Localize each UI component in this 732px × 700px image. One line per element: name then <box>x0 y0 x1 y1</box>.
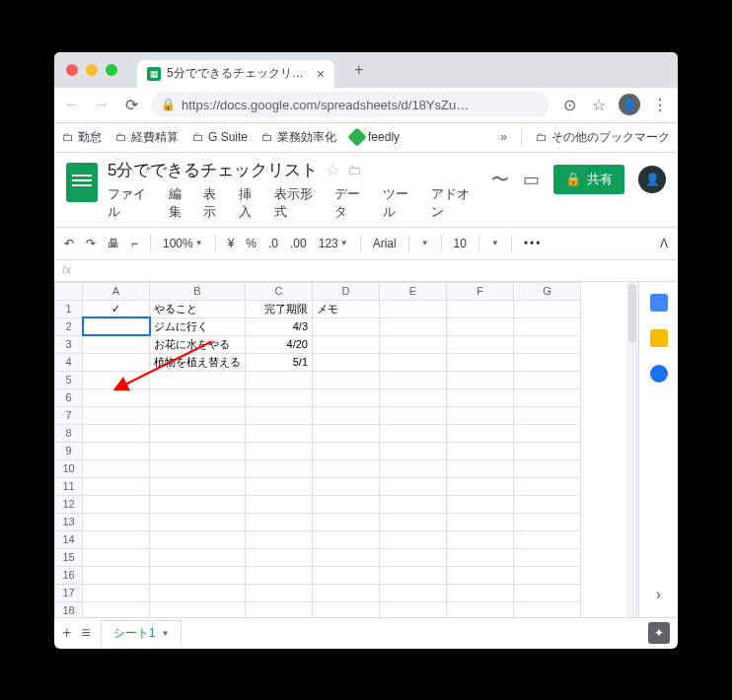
minimize-window-button[interactable] <box>86 64 98 76</box>
cell-A15[interactable] <box>83 548 150 566</box>
cell-E6[interactable] <box>380 388 447 406</box>
cell-B18[interactable] <box>150 601 246 617</box>
cell-D12[interactable] <box>313 495 380 513</box>
cell-E17[interactable] <box>380 584 447 601</box>
cell-E7[interactable] <box>380 406 447 424</box>
cell-F18[interactable] <box>447 601 514 617</box>
cell-A6[interactable] <box>83 388 150 406</box>
cell-B5[interactable] <box>150 371 246 388</box>
more-toolbar-button[interactable]: ••• <box>524 237 543 250</box>
close-tab-button[interactable]: × <box>317 66 325 82</box>
cell-D9[interactable] <box>313 442 380 459</box>
reload-button[interactable]: ⟳ <box>121 96 141 114</box>
cell-A3[interactable] <box>83 335 150 353</box>
percent-button[interactable]: % <box>246 237 256 250</box>
row-header[interactable]: 18 <box>55 601 83 617</box>
cell-D16[interactable] <box>313 566 380 584</box>
cell-B9[interactable] <box>150 442 246 459</box>
row-header[interactable]: 4 <box>55 353 83 371</box>
cell-G7[interactable] <box>514 406 581 424</box>
column-header[interactable]: D <box>313 282 380 300</box>
cell-D4[interactable] <box>313 353 380 371</box>
chrome-menu-button[interactable]: ⋮ <box>650 96 670 114</box>
row-header[interactable]: 2 <box>55 317 83 335</box>
column-header[interactable]: G <box>514 282 581 300</box>
explore-button[interactable]: ✦ <box>648 622 670 644</box>
increase-decimal-button[interactable]: .00 <box>290 237 307 250</box>
menu-addons[interactable]: アドオン <box>431 185 482 221</box>
cell-C14[interactable] <box>246 530 313 548</box>
cell-C10[interactable] <box>246 459 313 477</box>
menu-format[interactable]: 表示形式 <box>274 185 326 221</box>
cell-F9[interactable] <box>447 442 514 459</box>
menu-edit[interactable]: 編集 <box>169 185 194 221</box>
spreadsheet-grid[interactable]: ABCDEFG1✓やること完了期限メモ2ジムに行く4/33お花に水をやる4/20… <box>54 282 581 617</box>
cell-D1[interactable]: メモ <box>313 300 380 317</box>
account-avatar[interactable]: 👤 <box>638 166 666 193</box>
cell-B15[interactable] <box>150 548 246 566</box>
row-header[interactable]: 11 <box>55 477 83 495</box>
cell-C6[interactable] <box>246 388 313 406</box>
cell-G4[interactable] <box>514 353 581 371</box>
close-window-button[interactable] <box>66 64 78 76</box>
cell-A13[interactable] <box>83 513 150 530</box>
cell-F8[interactable] <box>447 424 514 442</box>
cell-C4[interactable]: 5/1 <box>246 353 313 371</box>
cell-G15[interactable] <box>514 548 581 566</box>
cell-A7[interactable] <box>83 406 150 424</box>
cell-D13[interactable] <box>313 513 380 530</box>
cell-C5[interactable] <box>246 371 313 388</box>
chevron-down-icon[interactable]: ▼ <box>421 239 429 247</box>
cell-A16[interactable] <box>83 566 150 584</box>
cell-E11[interactable] <box>380 477 447 495</box>
cell-D2[interactable] <box>313 317 380 335</box>
bookmark-folder[interactable]: 🗀経費精算 <box>115 129 179 146</box>
cell-D6[interactable] <box>313 388 380 406</box>
all-sheets-button[interactable]: ≡ <box>81 624 90 642</box>
more-formats-button[interactable]: 123 ▼ <box>319 237 348 250</box>
font-size-select[interactable]: 10 <box>454 237 467 250</box>
bookmark-star-button[interactable]: ☆ <box>589 96 609 114</box>
cell-A11[interactable] <box>83 477 150 495</box>
side-panel-toggle[interactable]: › <box>656 586 661 603</box>
cell-F1[interactable] <box>447 300 514 317</box>
bookmark-folder[interactable]: 🗀勤怠 <box>62 129 102 146</box>
cell-A1[interactable]: ✓ <box>83 300 150 317</box>
sheets-logo-icon[interactable] <box>66 163 98 202</box>
cell-E9[interactable] <box>380 442 447 459</box>
column-header[interactable]: C <box>246 282 313 300</box>
cell-G10[interactable] <box>514 459 581 477</box>
cell-G1[interactable] <box>514 300 581 317</box>
cell-F4[interactable] <box>447 353 514 371</box>
cell-B8[interactable] <box>150 424 246 442</box>
cell-D14[interactable] <box>313 530 380 548</box>
bookmark-feedly[interactable]: feedly <box>350 130 400 144</box>
cell-G9[interactable] <box>514 442 581 459</box>
cell-G14[interactable] <box>514 530 581 548</box>
cell-E1[interactable] <box>380 300 447 317</box>
cell-E18[interactable] <box>380 601 447 617</box>
keep-icon[interactable] <box>650 329 668 347</box>
row-header[interactable]: 1 <box>55 300 83 317</box>
cell-C18[interactable] <box>246 601 313 617</box>
paint-format-button[interactable]: ⌐ <box>131 237 138 250</box>
row-header[interactable]: 16 <box>55 566 83 584</box>
search-icon[interactable]: ⊙ <box>559 96 579 114</box>
cell-F5[interactable] <box>447 371 514 388</box>
browser-tab[interactable]: ▦ 5分でできるチェックリスト - Goo… × <box>137 60 334 88</box>
sheet-tab-menu-icon[interactable]: ▼ <box>161 629 169 638</box>
cell-F12[interactable] <box>447 495 514 513</box>
cell-F2[interactable] <box>447 317 514 335</box>
menu-data[interactable]: データ <box>334 185 373 221</box>
cell-G13[interactable] <box>514 513 581 530</box>
other-bookmarks-folder[interactable]: 🗀その他のブックマーク <box>536 129 670 146</box>
cell-A17[interactable] <box>83 584 150 601</box>
cell-D10[interactable] <box>313 459 380 477</box>
cell-F11[interactable] <box>447 477 514 495</box>
cell-D7[interactable] <box>313 406 380 424</box>
new-tab-button[interactable]: + <box>354 61 363 79</box>
cell-G6[interactable] <box>514 388 581 406</box>
cell-E13[interactable] <box>380 513 447 530</box>
print-button[interactable]: 🖶 <box>108 237 119 250</box>
column-header[interactable]: B <box>150 282 246 300</box>
